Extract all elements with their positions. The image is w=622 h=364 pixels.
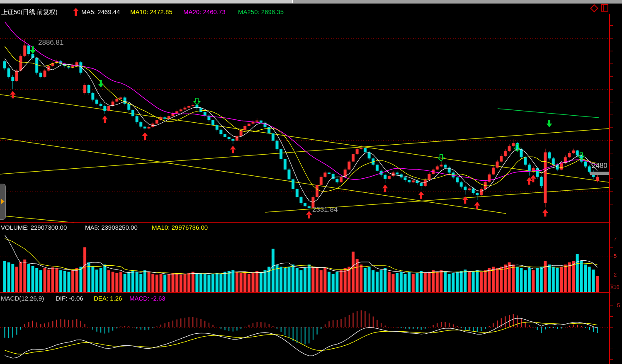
last-price-marker bbox=[590, 172, 609, 175]
symbol-title: 上证50(日线.前复权) bbox=[1, 8, 58, 16]
macd-title: MACD(12,26,9) bbox=[1, 295, 44, 302]
split-window-divider bbox=[603, 5, 604, 11]
up-arrow-icon bbox=[73, 8, 79, 17]
high-price-annotation: 2886.81 bbox=[38, 39, 63, 47]
sidebar-flyout-tab[interactable] bbox=[0, 184, 6, 220]
legend-ma5: MA5: 2469.44 bbox=[81, 8, 120, 15]
top-scrollbar[interactable] bbox=[0, 0, 622, 4]
volume-axis-tick-2: 2 bbox=[614, 272, 617, 278]
app-window: 上证50(日线.前复权) MA5: 2469.44 MA10: 2472.85 … bbox=[0, 0, 622, 364]
last-price-label: 2480 bbox=[592, 162, 607, 170]
volume-axis-unit: X10 bbox=[610, 284, 619, 290]
volume-ma5-label: MA5: 23903250.00 bbox=[85, 224, 138, 231]
macd-dif-label: DIF: -0.06 bbox=[56, 295, 83, 302]
title-bar: 上证50(日线.前复权) MA5: 2469.44 MA10: 2472.85 … bbox=[0, 4, 622, 14]
split-window-icon[interactable] bbox=[601, 4, 608, 12]
volume-axis-tick-7: 7 bbox=[614, 235, 617, 242]
volume-value-label: VOLUME: 22907300.00 bbox=[1, 224, 67, 231]
low-price-annotation: 2331.84 bbox=[312, 206, 338, 214]
legend-ma10: MA10: 2472.85 bbox=[130, 8, 173, 15]
legend-ma250: MA250: 2696.35 bbox=[238, 8, 284, 15]
volume-ma10-label: MA10: 29976736.00 bbox=[152, 224, 208, 231]
macd-axis-tick-5: 5 bbox=[617, 302, 620, 308]
legend-ma20: MA20: 2460.73 bbox=[183, 8, 226, 15]
macd-dea-label: DEA: 1.26 bbox=[94, 295, 122, 302]
flyout-expand-icon bbox=[1, 199, 5, 204]
volume-axis-tick-5: 5 bbox=[614, 253, 617, 259]
chart-canvas[interactable] bbox=[0, 0, 622, 364]
macd-value-label: MACD: -2.63 bbox=[129, 295, 165, 302]
top-scrollbar-thumb[interactable] bbox=[0, 0, 293, 3]
